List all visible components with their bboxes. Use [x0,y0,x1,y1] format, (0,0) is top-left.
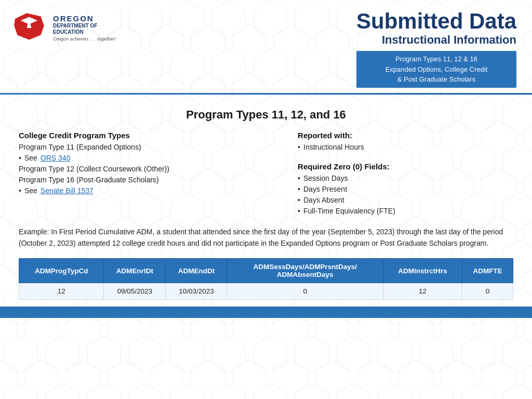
program-type-12: Program Type 12 (Collect Coursework (Oth… [19,164,282,175]
col-header-enrldt: ADMEnrlDt [104,259,166,283]
program-type-11: Program Type 11 (Expanded Options) [19,142,282,153]
cell-enrldt: 09/05/2023 [104,283,166,300]
reported-with-heading: Reported with: [298,131,513,140]
right-column: Reported with: • Instructional Hours Req… [298,131,513,217]
fte-bullet: • Full-Time Equivalency (FTE) [298,206,513,217]
ode-logo-icon [10,9,48,47]
senate-bill-link[interactable]: Senate Bill 1537 [41,185,94,196]
col-header-sessdays: ADMSessDays/ADMPrsntDays/ADMAbsentDays [227,259,383,283]
bullet-dot-4: • [298,173,300,184]
badge-line1: Program Types 11, 12 & 16 [364,54,509,64]
logo-dept-line1: DEPARTMENT OF [53,23,116,29]
instructional-hours-bullet: • Instructional Hours [298,142,513,153]
ors-link[interactable]: ORS 340 [41,153,71,164]
bullet-dot-3: • [298,142,300,153]
bullet-dot-5: • [298,184,300,195]
example-paragraph: Example: In First Period Cumulative ADM,… [19,226,513,249]
instructional-hours-text: Instructional Hours [303,142,364,153]
required-zero-heading: Required Zero (0) Fields: [298,162,513,171]
col-header-fte: ADMFTE [462,259,513,283]
logo-tagline: Oregon achieves . . . together! [53,36,116,42]
col-header-instrhrs: ADMInstrctHrs [383,259,462,283]
badge-line2: Expanded Options, College Credit [364,64,509,75]
table-header-row: ADMProgTypCd ADMEnrlDt ADMEndDt ADMSessD… [19,259,513,283]
section-title: Program Types 11, 12, and 16 [19,108,513,122]
days-present-bullet: • Days Present [298,184,513,195]
days-present-text: Days Present [303,184,347,195]
page-title-main: Submitted Data [356,9,516,33]
logo-dept-line2: EDUCATION [53,29,116,35]
header-right: Submitted Data Instructional Information… [356,9,516,88]
table-row: 12 09/05/2023 10/03/2023 0 12 0 [19,283,513,300]
cell-enddt: 10/03/2023 [166,283,227,300]
college-credit-heading: College Credit Program Types [19,131,282,140]
program-badge: Program Types 11, 12 & 16 Expanded Optio… [356,51,516,88]
cell-sessdays: 0 [227,283,383,300]
bullet-dot-7: • [298,206,300,217]
senate-bill-bullet: • See Senate Bill 1537 [19,185,282,196]
program-type-16: Program Type 16 (Post-Graduate Scholars) [19,175,282,185]
ors-prefix: See [24,153,37,164]
col-header-progtyp: ADMProgTypCd [19,259,104,283]
senate-bill-prefix: See [24,185,37,196]
badge-line3: & Post Graduate Scholars [364,74,509,85]
bullet-dot-1: • [19,153,21,164]
left-column: College Credit Program Types Program Typ… [19,131,282,217]
session-days-text: Session Days [303,173,348,184]
logo-oregon: OREGON [53,15,116,23]
bullet-dot-2: • [19,185,21,196]
cell-progtyp: 12 [19,283,104,300]
page-subtitle: Instructional Information [356,33,516,47]
two-column-section: College Credit Program Types Program Typ… [19,131,513,217]
logo-text: OREGON DEPARTMENT OF EDUCATION Oregon ac… [53,15,116,42]
cell-instrhrs: 12 [383,283,462,300]
logo-area: OREGON DEPARTMENT OF EDUCATION Oregon ac… [10,9,116,47]
ors-bullet: • See ORS 340 [19,153,282,164]
bottom-bar [0,307,532,318]
fte-text: Full-Time Equivalency (FTE) [303,206,395,217]
days-absent-text: Days Absent [303,195,344,206]
adm-data-table: ADMProgTypCd ADMEnrlDt ADMEndDt ADMSessD… [19,258,513,300]
bullet-dot-6: • [298,195,300,206]
cell-fte: 0 [462,283,513,300]
main-content: Program Types 11, 12, and 16 College Cre… [0,95,532,318]
header: OREGON DEPARTMENT OF EDUCATION Oregon ac… [0,0,532,93]
days-absent-bullet: • Days Absent [298,195,513,206]
col-header-enddt: ADMEndDt [166,259,227,283]
session-days-bullet: • Session Days [298,173,513,184]
